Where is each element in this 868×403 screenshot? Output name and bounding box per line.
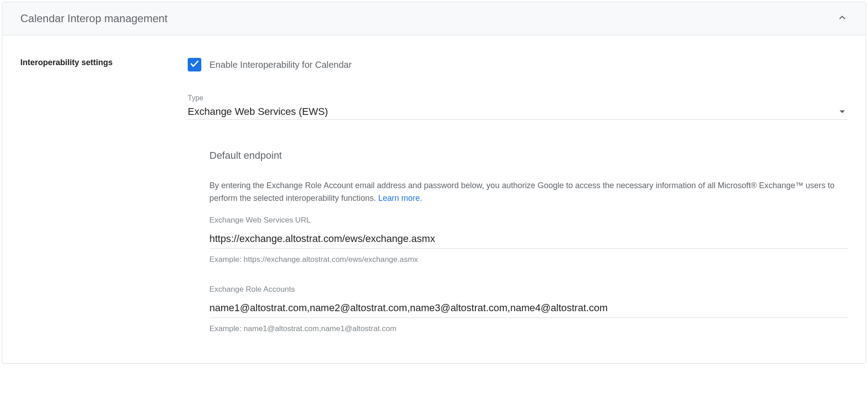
role-accounts-input[interactable] — [209, 300, 848, 318]
ews-url-input[interactable] — [209, 231, 848, 249]
enable-interop-checkbox[interactable] — [188, 58, 201, 71]
type-select[interactable]: Exchange Web Services (EWS) — [188, 106, 848, 120]
enable-interop-row: Enable Interoperability for Calendar — [188, 58, 848, 71]
role-accounts-block: Exchange Role Accounts Example: name1@al… — [209, 285, 848, 333]
panel-body: Interoperability settings Enable Interop… — [2, 35, 866, 363]
enable-interop-label: Enable Interoperability for Calendar — [209, 60, 352, 70]
default-endpoint-section: Default endpoint By entering the Exchang… — [188, 127, 848, 333]
checkmark-icon — [190, 59, 199, 71]
role-accounts-example: Example: name1@altostrat.com,name1@altos… — [209, 324, 848, 333]
ews-url-example: Example: https://exchange.altostrat.com/… — [209, 255, 848, 264]
panel-header[interactable]: Calendar Interop management — [2, 2, 866, 35]
calendar-interop-panel: Calendar Interop management Interoperabi… — [2, 2, 866, 364]
type-select-value: Exchange Web Services (EWS) — [188, 106, 328, 118]
chevron-up-icon — [837, 12, 848, 25]
learn-more-link[interactable]: Learn more. — [378, 194, 422, 203]
dropdown-arrow-icon — [840, 110, 845, 113]
type-field-block: Type Exchange Web Services (EWS) — [188, 94, 848, 120]
endpoint-description-text: By entering the Exchange Role Account em… — [209, 181, 835, 203]
section-title: Interoperability settings — [20, 58, 188, 67]
ews-url-block: Exchange Web Services URL Example: https… — [209, 216, 848, 264]
ews-url-label: Exchange Web Services URL — [209, 216, 848, 225]
panel-title: Calendar Interop management — [20, 12, 168, 25]
role-accounts-label: Exchange Role Accounts — [209, 285, 848, 294]
endpoint-description: By entering the Exchange Role Account em… — [209, 180, 848, 205]
settings-right-column: Enable Interoperability for Calendar Typ… — [188, 58, 848, 354]
endpoint-title: Default endpoint — [209, 150, 848, 161]
type-label: Type — [188, 94, 848, 102]
settings-left-column: Interoperability settings — [20, 58, 188, 354]
